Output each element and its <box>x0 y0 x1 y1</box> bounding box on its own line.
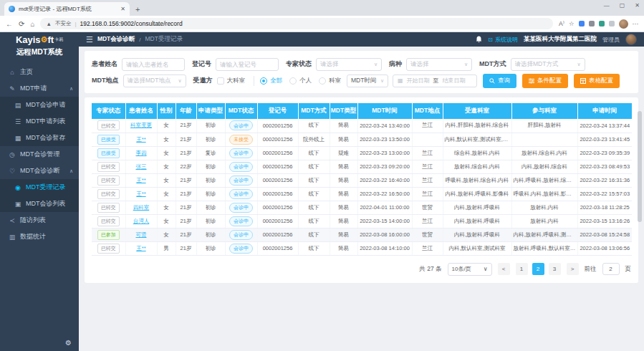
window-minimize-icon[interactable]: — <box>604 2 610 9</box>
table-row[interactable]: 已转交王**女21岁初诊会诊中0002001256线下简易2022-03-22 … <box>92 187 632 201</box>
cell-expert-status: 已接受 <box>92 133 125 146</box>
cell-mdt-location: 兰江 <box>412 241 443 255</box>
patient-name-link[interactable]: 四科室 <box>133 204 150 211</box>
patient-name-link[interactable]: 王** <box>136 245 145 251</box>
back-icon[interactable]: ← <box>6 20 13 28</box>
cell-invited-depts: 放射科,综合科,内科 <box>443 160 511 173</box>
patient-name-link[interactable]: 台湾人 <box>133 218 150 224</box>
address-bar[interactable]: ▲ 不安全 | 192.168.0.156:9002/consultate/re… <box>40 18 553 29</box>
sliders-icon <box>529 78 534 84</box>
browser-profile-avatar[interactable] <box>619 19 628 29</box>
col-apply-time: 申请时间 <box>577 103 632 119</box>
disease-select[interactable]: 请选择 ∨ <box>406 58 472 71</box>
table-row[interactable]: 已转交王**女21岁初诊会诊中0002001256线下简易2022-03-22 … <box>92 173 632 187</box>
sidebar-item-statistics[interactable]: ▥ 数据统计 <box>0 229 79 245</box>
patient-name-link[interactable]: 王** <box>136 177 145 183</box>
settings-gear-icon[interactable]: ⚙ <box>65 339 72 347</box>
reload-icon[interactable]: ⟳ <box>19 20 24 28</box>
sidebar-item-mdt-manage[interactable]: ◷ MDT会诊管理 <box>0 146 79 163</box>
window-close-icon[interactable]: ✕ <box>635 2 640 9</box>
sidebar-item-mdt-diagnosis[interactable]: ♡ MDT会诊诊断 ∧ <box>0 163 79 179</box>
dept-group-checkbox[interactable] <box>217 77 224 85</box>
goto-page-input[interactable] <box>602 263 620 275</box>
page-button-2[interactable]: 2 <box>532 263 544 275</box>
chevron-down-icon: ∨ <box>374 62 378 67</box>
page-button-3[interactable]: 3 <box>549 263 561 275</box>
condition-config-button[interactable]: 条件配置 <box>522 74 568 88</box>
table-row[interactable]: 已接受李四女21岁复诊会诊中0002001256线下疑难2022-03-23 1… <box>92 146 632 160</box>
patient-name-link[interactable]: 张三 <box>136 163 147 170</box>
cell-gender: 女 <box>157 133 176 146</box>
read-aloud-icon[interactable]: A⁾ <box>559 20 564 27</box>
patient-name-link[interactable]: 王** <box>136 136 145 143</box>
cell-age: 21岁 <box>176 214 196 228</box>
home-icon[interactable]: ⌂ <box>30 20 34 28</box>
tab-close-icon[interactable]: ✕ <box>120 6 125 12</box>
extension-icon[interactable] <box>599 21 605 27</box>
sidebar-item-mdt-record[interactable]: ◉ MDT受理记录 <box>0 179 79 196</box>
sidebar-item-mdt-consult-list[interactable]: ▣ MDT会诊列表 <box>0 196 79 212</box>
cell-invited-depts: 内科,放射科,呼吸科 <box>443 201 511 214</box>
cell-mdt-type: 简易 <box>330 241 357 255</box>
sidebar-item-home[interactable]: ⌂ 主页 <box>0 64 79 80</box>
table-row[interactable]: 已接受王**女21岁初诊未接受0002001256院外线上简易2022-03-2… <box>92 133 632 146</box>
extension-icon[interactable] <box>609 21 615 27</box>
patient-name-link[interactable]: 科室变更 <box>130 122 152 128</box>
search-button[interactable]: 查询 <box>483 74 516 88</box>
table-row[interactable]: 已转交张三女22岁初诊会诊中0002001256线下简易2022-03-23 0… <box>92 160 632 173</box>
bell-icon[interactable] <box>476 36 482 43</box>
hamburger-icon[interactable]: ☰ <box>86 35 93 44</box>
cell-mdt-time: 2022-03-22 16:50:00 <box>357 187 412 201</box>
sidebar-item-followup-list[interactable]: ≺ 随访列表 <box>0 212 79 229</box>
prev-page-button[interactable]: < <box>498 263 510 275</box>
cell-mdt-mode: 线下 <box>298 214 330 228</box>
cell-apply-time: 2022-03-23 09:35:39 <box>577 146 632 160</box>
window-maximize-icon[interactable]: ▢ <box>620 2 625 9</box>
user-role: 管理员 <box>602 36 620 44</box>
expert-status-tag: 已转交 <box>97 216 120 226</box>
favorite-star-icon[interactable]: ☆ <box>569 20 575 27</box>
chevron-up-icon: ∧ <box>69 86 73 92</box>
browser-menu-icon[interactable]: ⋯ <box>633 20 639 27</box>
mdt-location-select[interactable]: 请选择MDT地点 ∨ <box>123 74 186 87</box>
radio-dept[interactable]: 科室 <box>319 77 341 85</box>
scrollbar-thumb[interactable] <box>638 111 642 222</box>
patient-name-input[interactable] <box>122 58 185 71</box>
patient-name-link[interactable]: 李四 <box>136 150 147 156</box>
new-tab-button[interactable]: + <box>135 5 140 14</box>
cell-register-no: 0002001256 <box>257 201 298 214</box>
chevron-down-icon: ∨ <box>178 78 181 84</box>
sidebar-item-mdt-consult-apply[interactable]: ▤ MDT会诊申请 <box>0 97 79 113</box>
cell-expert-status: 已转交 <box>92 160 125 173</box>
table-row[interactable]: 已转交四科室女21岁初诊会诊中0002001256线下简易2022-04-01 … <box>92 201 632 214</box>
expert-status-select[interactable]: 请选择 ∨ <box>316 58 382 71</box>
next-page-button[interactable]: > <box>567 263 579 275</box>
table-row[interactable]: 已参加可贤女21岁初诊会诊中0002001256线下简易2022-03-08 1… <box>92 228 632 241</box>
browser-tab[interactable]: mdt受理记录 - 远程MDT系统 ✕ <box>4 2 130 16</box>
radio-personal[interactable]: 个人 <box>289 77 312 85</box>
cell-mdt-type: 简易 <box>330 214 357 228</box>
table-row[interactable]: 已转交王**男21岁初诊会诊中0002001256线下简易2022-03-08 … <box>92 241 632 255</box>
patient-name-link[interactable]: 可贤 <box>136 231 147 238</box>
mdt-mode-select[interactable]: 请选择MDT方式 ∨ <box>511 58 585 71</box>
extension-icon[interactable] <box>589 21 595 27</box>
sidebar-item-mdt-draft[interactable]: ▦ MDT会诊暂存 <box>0 130 79 146</box>
time-type-select[interactable]: MDT时间 ∨ <box>347 74 388 87</box>
page-button-1[interactable]: 1 <box>516 263 528 275</box>
register-no-input[interactable] <box>216 58 279 71</box>
table-row[interactable]: 已转交台湾人女21岁初诊会诊中0002001256线下简易2022-03-15 … <box>92 214 632 228</box>
radio-all[interactable]: 全部 <box>260 77 282 85</box>
date-range-input[interactable]: ▦ 开始日期 至 结束日期 <box>393 74 477 87</box>
sidebar-item-label: MDT会诊列表 <box>26 199 66 208</box>
table-config-button[interactable]: 表格配置 <box>574 74 620 88</box>
browser-urlbar: ← ⟳ ⌂ ▲ 不安全 | 192.168.0.156:9002/consult… <box>0 16 644 32</box>
cell-mdt-mode: 线下 <box>298 241 330 255</box>
extension-icon[interactable] <box>579 21 585 27</box>
sidebar-item-mdt-apply-list[interactable]: ☰ MDT申请列表 <box>0 113 79 130</box>
page-size-select[interactable]: 10条/页 ∨ <box>448 263 492 276</box>
system-help-link[interactable]: ⊡ 系统说明 <box>488 36 518 44</box>
user-avatar[interactable] <box>625 34 637 45</box>
sidebar-item-mdt-apply[interactable]: ✎ MDT申请 ∧ <box>0 80 79 97</box>
patient-name-link[interactable]: 王** <box>136 191 145 197</box>
table-row[interactable]: 已转交科室变更女21岁初诊会诊中0002001256线下简易2022-03-24… <box>92 119 632 133</box>
